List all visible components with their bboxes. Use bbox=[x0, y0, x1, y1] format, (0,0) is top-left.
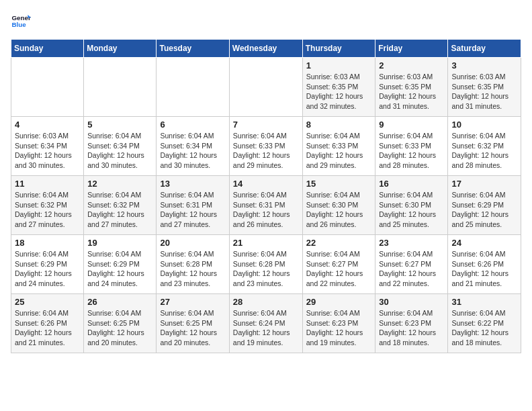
day-header-thursday: Thursday bbox=[302, 40, 375, 58]
day-info: Sunrise: 6:04 AM Sunset: 6:26 PM Dayligh… bbox=[15, 308, 80, 348]
calendar-cell: 19Sunrise: 6:04 AM Sunset: 6:29 PM Dayli… bbox=[84, 235, 157, 294]
day-info: Sunrise: 6:04 AM Sunset: 6:23 PM Dayligh… bbox=[306, 308, 372, 348]
calendar-week-4: 18Sunrise: 6:04 AM Sunset: 6:29 PM Dayli… bbox=[11, 235, 521, 294]
calendar-cell: 23Sunrise: 6:04 AM Sunset: 6:27 PM Dayli… bbox=[375, 235, 448, 294]
day-number: 11 bbox=[15, 179, 80, 189]
calendar-week-1: 1Sunrise: 6:03 AM Sunset: 6:35 PM Daylig… bbox=[11, 58, 521, 117]
day-number: 27 bbox=[160, 297, 225, 307]
day-info: Sunrise: 6:04 AM Sunset: 6:29 PM Dayligh… bbox=[15, 249, 80, 289]
day-info: Sunrise: 6:03 AM Sunset: 6:35 PM Dayligh… bbox=[306, 72, 372, 111]
calendar-cell: 22Sunrise: 6:04 AM Sunset: 6:27 PM Dayli… bbox=[302, 235, 375, 294]
calendar-table: SundayMondayTuesdayWednesdayThursdayFrid… bbox=[11, 39, 521, 353]
calendar-cell: 16Sunrise: 6:04 AM Sunset: 6:30 PM Dayli… bbox=[375, 176, 448, 235]
day-info: Sunrise: 6:04 AM Sunset: 6:24 PM Dayligh… bbox=[233, 308, 299, 348]
day-number: 1 bbox=[306, 60, 372, 71]
day-number: 28 bbox=[233, 297, 299, 307]
day-number: 15 bbox=[306, 179, 372, 189]
day-info: Sunrise: 6:04 AM Sunset: 6:25 PM Dayligh… bbox=[160, 308, 225, 348]
day-info: Sunrise: 6:04 AM Sunset: 6:26 PM Dayligh… bbox=[451, 249, 517, 289]
svg-text:Blue: Blue bbox=[12, 21, 27, 28]
calendar-cell: 17Sunrise: 6:04 AM Sunset: 6:29 PM Dayli… bbox=[448, 176, 521, 235]
calendar-cell: 1Sunrise: 6:03 AM Sunset: 6:35 PM Daylig… bbox=[302, 58, 375, 117]
day-info: Sunrise: 6:04 AM Sunset: 6:32 PM Dayligh… bbox=[87, 190, 152, 230]
calendar-cell: 11Sunrise: 6:04 AM Sunset: 6:32 PM Dayli… bbox=[11, 176, 84, 235]
calendar-cell bbox=[11, 58, 84, 117]
day-info: Sunrise: 6:04 AM Sunset: 6:27 PM Dayligh… bbox=[306, 249, 372, 289]
calendar-cell: 30Sunrise: 6:04 AM Sunset: 6:23 PM Dayli… bbox=[375, 294, 448, 353]
day-number: 5 bbox=[87, 120, 152, 130]
day-info: Sunrise: 6:04 AM Sunset: 6:23 PM Dayligh… bbox=[379, 308, 444, 348]
day-number: 9 bbox=[379, 120, 444, 130]
day-number: 22 bbox=[306, 238, 372, 248]
day-info: Sunrise: 6:04 AM Sunset: 6:31 PM Dayligh… bbox=[160, 190, 225, 230]
day-info: Sunrise: 6:04 AM Sunset: 6:29 PM Dayligh… bbox=[87, 249, 152, 289]
day-info: Sunrise: 6:04 AM Sunset: 6:22 PM Dayligh… bbox=[451, 308, 517, 348]
calendar-cell: 24Sunrise: 6:04 AM Sunset: 6:26 PM Dayli… bbox=[448, 235, 521, 294]
day-info: Sunrise: 6:04 AM Sunset: 6:34 PM Dayligh… bbox=[87, 131, 152, 171]
day-info: Sunrise: 6:04 AM Sunset: 6:34 PM Dayligh… bbox=[160, 131, 225, 171]
calendar-cell: 10Sunrise: 6:04 AM Sunset: 6:32 PM Dayli… bbox=[448, 117, 521, 176]
day-number: 24 bbox=[451, 238, 517, 248]
calendar-cell: 7Sunrise: 6:04 AM Sunset: 6:33 PM Daylig… bbox=[229, 117, 302, 176]
day-number: 17 bbox=[451, 179, 517, 189]
calendar-cell: 8Sunrise: 6:04 AM Sunset: 6:33 PM Daylig… bbox=[302, 117, 375, 176]
day-number: 16 bbox=[379, 179, 444, 189]
day-info: Sunrise: 6:04 AM Sunset: 6:33 PM Dayligh… bbox=[306, 131, 372, 171]
day-number: 4 bbox=[15, 120, 80, 130]
day-info: Sunrise: 6:04 AM Sunset: 6:30 PM Dayligh… bbox=[379, 190, 444, 230]
calendar-cell: 3Sunrise: 6:03 AM Sunset: 6:35 PM Daylig… bbox=[448, 58, 521, 117]
page-header: General Blue bbox=[11, 11, 521, 31]
day-number: 26 bbox=[87, 297, 152, 307]
day-number: 13 bbox=[160, 179, 225, 189]
day-number: 12 bbox=[87, 179, 152, 189]
calendar-cell: 29Sunrise: 6:04 AM Sunset: 6:23 PM Dayli… bbox=[302, 294, 375, 353]
calendar-cell: 28Sunrise: 6:04 AM Sunset: 6:24 PM Dayli… bbox=[229, 294, 302, 353]
calendar-cell: 20Sunrise: 6:04 AM Sunset: 6:28 PM Dayli… bbox=[157, 235, 229, 294]
day-number: 25 bbox=[15, 297, 80, 307]
calendar-cell: 25Sunrise: 6:04 AM Sunset: 6:26 PM Dayli… bbox=[11, 294, 84, 353]
day-info: Sunrise: 6:04 AM Sunset: 6:33 PM Dayligh… bbox=[233, 131, 299, 171]
day-info: Sunrise: 6:04 AM Sunset: 6:31 PM Dayligh… bbox=[233, 190, 299, 230]
day-number: 6 bbox=[160, 120, 225, 130]
calendar-cell: 2Sunrise: 6:03 AM Sunset: 6:35 PM Daylig… bbox=[375, 58, 448, 117]
day-number: 14 bbox=[233, 179, 299, 189]
calendar-cell: 31Sunrise: 6:04 AM Sunset: 6:22 PM Dayli… bbox=[448, 294, 521, 353]
calendar-week-5: 25Sunrise: 6:04 AM Sunset: 6:26 PM Dayli… bbox=[11, 294, 521, 353]
calendar-cell: 5Sunrise: 6:04 AM Sunset: 6:34 PM Daylig… bbox=[84, 117, 157, 176]
calendar-cell: 4Sunrise: 6:03 AM Sunset: 6:34 PM Daylig… bbox=[11, 117, 84, 176]
day-info: Sunrise: 6:04 AM Sunset: 6:29 PM Dayligh… bbox=[451, 190, 517, 230]
day-info: Sunrise: 6:03 AM Sunset: 6:35 PM Dayligh… bbox=[379, 72, 444, 111]
calendar-cell bbox=[229, 58, 302, 117]
day-header-monday: Monday bbox=[84, 40, 157, 58]
calendar-cell: 14Sunrise: 6:04 AM Sunset: 6:31 PM Dayli… bbox=[229, 176, 302, 235]
day-number: 18 bbox=[15, 238, 80, 248]
day-info: Sunrise: 6:04 AM Sunset: 6:32 PM Dayligh… bbox=[451, 131, 517, 171]
day-info: Sunrise: 6:04 AM Sunset: 6:30 PM Dayligh… bbox=[306, 190, 372, 230]
day-number: 20 bbox=[160, 238, 225, 248]
day-number: 29 bbox=[306, 297, 372, 307]
day-header-wednesday: Wednesday bbox=[229, 40, 302, 58]
calendar-header-row: SundayMondayTuesdayWednesdayThursdayFrid… bbox=[11, 40, 521, 58]
day-info: Sunrise: 6:04 AM Sunset: 6:28 PM Dayligh… bbox=[160, 249, 225, 289]
day-info: Sunrise: 6:04 AM Sunset: 6:33 PM Dayligh… bbox=[379, 131, 444, 171]
calendar-week-3: 11Sunrise: 6:04 AM Sunset: 6:32 PM Dayli… bbox=[11, 176, 521, 235]
logo-icon: General Blue bbox=[11, 11, 31, 31]
calendar-cell: 26Sunrise: 6:04 AM Sunset: 6:25 PM Dayli… bbox=[84, 294, 157, 353]
calendar-cell: 18Sunrise: 6:04 AM Sunset: 6:29 PM Dayli… bbox=[11, 235, 84, 294]
day-number: 30 bbox=[379, 297, 444, 307]
calendar-cell: 15Sunrise: 6:04 AM Sunset: 6:30 PM Dayli… bbox=[302, 176, 375, 235]
day-info: Sunrise: 6:04 AM Sunset: 6:32 PM Dayligh… bbox=[15, 190, 80, 230]
day-header-tuesday: Tuesday bbox=[157, 40, 229, 58]
calendar-cell bbox=[84, 58, 157, 117]
day-header-friday: Friday bbox=[375, 40, 448, 58]
calendar-cell bbox=[157, 58, 229, 117]
logo: General Blue bbox=[11, 11, 31, 31]
day-number: 7 bbox=[233, 120, 299, 130]
day-info: Sunrise: 6:04 AM Sunset: 6:25 PM Dayligh… bbox=[87, 308, 152, 348]
day-header-saturday: Saturday bbox=[448, 40, 521, 58]
day-info: Sunrise: 6:04 AM Sunset: 6:27 PM Dayligh… bbox=[379, 249, 444, 289]
calendar-cell: 13Sunrise: 6:04 AM Sunset: 6:31 PM Dayli… bbox=[157, 176, 229, 235]
day-number: 3 bbox=[451, 60, 517, 71]
calendar-cell: 21Sunrise: 6:04 AM Sunset: 6:28 PM Dayli… bbox=[229, 235, 302, 294]
day-number: 21 bbox=[233, 238, 299, 248]
